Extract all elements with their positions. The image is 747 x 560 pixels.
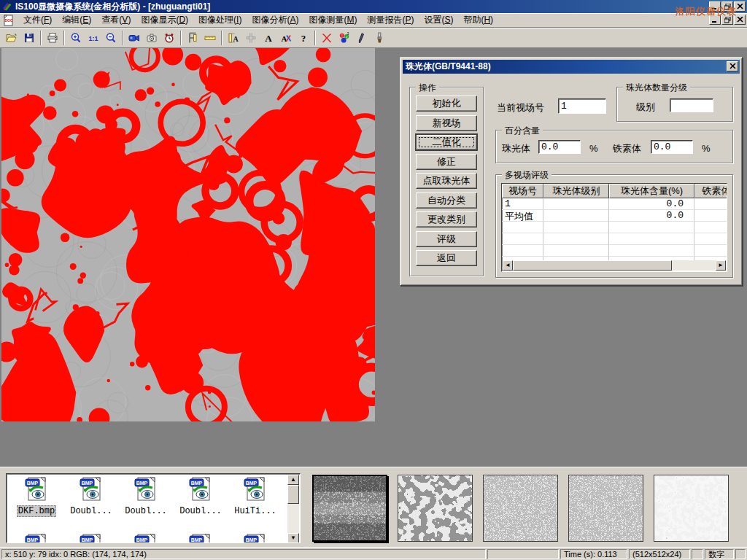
grid-button[interactable] bbox=[242, 30, 260, 46]
table-column-header-3[interactable]: 珠光体含量(%) bbox=[609, 184, 694, 198]
file-item-row2-5[interactable]: BMP bbox=[230, 532, 281, 543]
scroll-down-button[interactable]: ▼ bbox=[287, 533, 299, 543]
toolbar-separator bbox=[122, 31, 123, 45]
toolbar-separator bbox=[63, 31, 65, 45]
file-name[interactable]: Doubl... bbox=[69, 506, 113, 516]
zoom-in-button[interactable] bbox=[67, 30, 85, 46]
thumbnail-4[interactable] bbox=[568, 475, 643, 542]
level-input[interactable] bbox=[670, 98, 713, 112]
thumbnail-1[interactable] bbox=[312, 475, 387, 542]
file-item-row2-2[interactable]: BMP bbox=[66, 532, 117, 543]
scroll-thumb[interactable] bbox=[513, 260, 672, 271]
menu-item-5[interactable]: 图像处理(I) bbox=[193, 12, 247, 28]
scroll-left-button[interactable]: ◄ bbox=[503, 260, 513, 271]
ruler-button[interactable] bbox=[201, 30, 219, 46]
file-name[interactable]: DKF.bmp bbox=[17, 505, 56, 517]
op-button-4[interactable]: 修正 bbox=[416, 154, 477, 170]
table-row-2[interactable]: 平均值0.0 bbox=[502, 210, 727, 222]
ruler-icon bbox=[204, 32, 216, 44]
measure-text-button[interactable]: A bbox=[225, 30, 242, 46]
thumbnail-2[interactable] bbox=[398, 475, 473, 542]
file-item-2[interactable]: BMPDoubl... bbox=[66, 475, 117, 516]
text-edit-button[interactable]: A bbox=[277, 30, 295, 46]
file-item-row2-3[interactable]: BMP bbox=[120, 532, 171, 543]
document-icon[interactable]: DOC bbox=[3, 15, 15, 26]
table-row-5[interactable] bbox=[502, 245, 727, 257]
thumbnail-5[interactable] bbox=[654, 475, 729, 542]
classify-balls-button[interactable]: 123 bbox=[336, 30, 353, 46]
op-button-6[interactable]: 自动分类 bbox=[416, 192, 477, 209]
pen-button[interactable] bbox=[353, 30, 371, 46]
actual-size-button[interactable]: 1:1 bbox=[85, 30, 102, 46]
file-item-4[interactable]: BMPDoubl... bbox=[175, 475, 226, 516]
menu-item-10[interactable]: 帮助(H) bbox=[458, 12, 498, 28]
caliper-button[interactable] bbox=[184, 30, 201, 46]
open-button[interactable] bbox=[3, 30, 20, 46]
file-item-5[interactable]: BMPHuiTi... bbox=[230, 475, 281, 516]
table-column-header-2[interactable]: 珠光体级别 bbox=[543, 184, 609, 198]
micrograph-image-binarized-pearlite[interactable] bbox=[1, 48, 375, 421]
scroll-right-button[interactable]: ► bbox=[716, 260, 726, 271]
video-camera-button[interactable] bbox=[125, 30, 143, 46]
file-item-row2-1[interactable]: BMP bbox=[11, 532, 62, 543]
file-name[interactable]: Doubl... bbox=[124, 506, 168, 516]
save-button[interactable] bbox=[20, 30, 38, 46]
text-button[interactable]: A bbox=[260, 30, 277, 46]
op-button-8[interactable]: 评级 bbox=[416, 231, 477, 247]
menu-item-8[interactable]: 测量报告(P) bbox=[362, 12, 419, 28]
bmp-file-icon: BMP bbox=[188, 475, 213, 503]
mdi-close-button[interactable] bbox=[734, 15, 746, 25]
bmp-file-icon: BMP bbox=[79, 475, 104, 503]
table-column-header-4[interactable]: 铁素体 bbox=[694, 184, 727, 198]
table-row-1[interactable]: 10.0 bbox=[502, 198, 727, 210]
help-button[interactable]: ? bbox=[295, 30, 312, 46]
scroll-up-button[interactable]: ▲ bbox=[287, 475, 299, 485]
table-column-header-1[interactable]: 视场号 bbox=[502, 184, 543, 198]
op-button-1[interactable]: 初始化 bbox=[416, 96, 477, 112]
menu-item-4[interactable]: 图像显示(D) bbox=[136, 12, 193, 28]
op-button-9[interactable]: 返回 bbox=[416, 250, 477, 266]
file-item-1[interactable]: BMPDKF.bmp bbox=[11, 475, 62, 517]
file-name[interactable]: HuiTi... bbox=[233, 506, 277, 516]
ferrite-label: 铁素体 bbox=[613, 142, 641, 155]
table-row-3[interactable] bbox=[502, 222, 727, 233]
file-item-row2-4[interactable]: BMP bbox=[175, 532, 226, 543]
timer-button[interactable] bbox=[160, 30, 178, 46]
menu-item-9[interactable]: 设置(S) bbox=[419, 12, 458, 28]
file-name[interactable]: Doubl... bbox=[179, 506, 222, 516]
restore-button[interactable] bbox=[721, 1, 733, 12]
title-bar: IS100显微摄像系统(金相分析版) - [zhuguangti01] bbox=[0, 0, 747, 13]
percent-group: 百分含量 珠光体 % 铁素体 % bbox=[495, 130, 733, 163]
print-button[interactable] bbox=[44, 30, 61, 46]
op-button-5[interactable]: 点取珠光体 bbox=[416, 173, 477, 189]
camera-button[interactable] bbox=[143, 30, 160, 46]
multifield-table: 视场号珠光体级别珠光体含量(%)铁素体 10.0平均值0.0 ◄ ► bbox=[501, 183, 727, 272]
scroll-thumb[interactable] bbox=[287, 485, 299, 504]
op-button-3[interactable]: 二值化 bbox=[416, 134, 477, 150]
menu-item-1[interactable]: 文件(F) bbox=[18, 12, 57, 28]
curve-button[interactable] bbox=[318, 30, 336, 46]
zoom-out-button[interactable] bbox=[102, 30, 120, 46]
op-button-2[interactable]: 新视场 bbox=[416, 115, 477, 131]
mdi-minimize-button[interactable] bbox=[709, 15, 721, 25]
file-item-3[interactable]: BMPDoubl... bbox=[120, 475, 171, 516]
minimize-button[interactable] bbox=[709, 1, 721, 12]
pearlite-value-input[interactable] bbox=[538, 140, 581, 154]
dialog-close-button[interactable] bbox=[727, 61, 738, 71]
table-row-4[interactable] bbox=[502, 233, 727, 245]
print-icon bbox=[47, 32, 58, 44]
menu-item-7[interactable]: 图像测量(M) bbox=[303, 12, 362, 28]
current-field-input[interactable] bbox=[558, 98, 606, 114]
close-button[interactable] bbox=[734, 1, 746, 12]
brush-button[interactable] bbox=[371, 30, 388, 46]
thumbnail-3[interactable] bbox=[483, 475, 558, 542]
ferrite-value-input[interactable] bbox=[651, 140, 693, 154]
table-cell bbox=[694, 233, 727, 245]
op-button-7[interactable]: 更改类别 bbox=[416, 211, 477, 228]
mdi-restore-button[interactable] bbox=[721, 15, 733, 25]
dialog-title-bar[interactable]: 珠光体(GB/T9441-88) bbox=[403, 60, 740, 74]
menu-item-2[interactable]: 编辑(E) bbox=[57, 12, 96, 28]
table-cell bbox=[543, 245, 609, 257]
menu-item-6[interactable]: 图像分析(A) bbox=[247, 12, 303, 28]
menu-item-3[interactable]: 查看(V) bbox=[96, 12, 136, 28]
